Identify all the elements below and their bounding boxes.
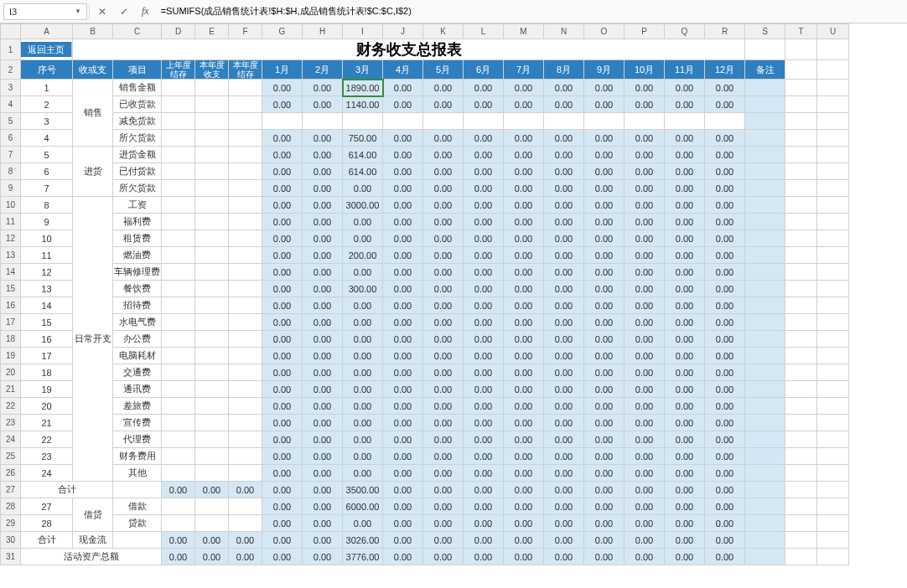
row-header[interactable]: 17 (1, 314, 21, 331)
data-cell[interactable]: 0.00 (504, 214, 544, 230)
data-cell[interactable]: 0.00 (464, 230, 504, 247)
data-cell[interactable]: 0.00 (544, 364, 584, 381)
data-cell[interactable]: 0.00 (625, 264, 665, 281)
data-cell[interactable]: 0.00 (262, 398, 303, 415)
data-cell[interactable]: 0.00 (262, 448, 303, 465)
data-cell[interactable]: 0.00 (262, 96, 303, 113)
cash-cell[interactable]: 0.00 (162, 532, 195, 549)
data-cell[interactable]: 0.00 (464, 147, 504, 163)
data-cell[interactable]: 0.00 (303, 297, 343, 314)
data-cell[interactable]: 0.00 (504, 80, 544, 96)
data-cell[interactable]: 0.00 (504, 197, 544, 214)
seq-cell[interactable]: 27 (21, 498, 73, 515)
activity-cell[interactable]: 0.00 (584, 549, 625, 565)
item-cell[interactable]: 财务费用 (113, 448, 162, 465)
data-cell[interactable]: 0.00 (544, 197, 584, 214)
seq-cell[interactable]: 11 (21, 247, 73, 264)
subtotal-label[interactable]: 合计 (21, 482, 113, 498)
cash-cell[interactable]: 0.00 (544, 532, 584, 549)
data-cell[interactable]: 0.00 (464, 247, 504, 264)
seq-cell[interactable]: 5 (21, 147, 73, 163)
data-cell[interactable]: 0.00 (625, 163, 665, 180)
data-cell[interactable]: 0.00 (625, 297, 665, 314)
data-cell[interactable]: 0.00 (544, 348, 584, 364)
data-cell[interactable]: 0.00 (584, 381, 625, 398)
data-cell[interactable]: 0.00 (544, 431, 584, 448)
cash-cell[interactable]: 0.00 (383, 532, 423, 549)
data-cell[interactable]: 0.00 (544, 297, 584, 314)
data-cell[interactable]: 0.00 (665, 96, 705, 113)
data-cell[interactable]: 0.00 (383, 465, 423, 482)
row-header[interactable]: 14 (1, 264, 21, 281)
data-cell[interactable]: 614.00 (343, 163, 383, 180)
data-cell[interactable]: 0.00 (343, 515, 383, 532)
data-cell[interactable]: 0.00 (383, 247, 423, 264)
col-header[interactable]: M (504, 24, 544, 39)
data-cell[interactable]: 0.00 (705, 163, 745, 180)
data-cell[interactable]: 0.00 (423, 147, 464, 163)
data-cell[interactable]: 0.00 (423, 314, 464, 331)
data-cell[interactable]: 0.00 (705, 431, 745, 448)
row-header[interactable]: 3 (1, 80, 21, 96)
seq-cell[interactable]: 3 (21, 113, 73, 130)
data-cell[interactable]: 0.00 (665, 415, 705, 431)
data-cell[interactable]: 0.00 (665, 230, 705, 247)
data-cell[interactable]: 0.00 (423, 364, 464, 381)
data-cell[interactable]: 0.00 (464, 398, 504, 415)
col-header[interactable]: K (423, 24, 464, 39)
data-cell[interactable]: 0.00 (464, 448, 504, 465)
data-cell[interactable]: 0.00 (705, 230, 745, 247)
data-cell[interactable]: 0.00 (464, 498, 504, 515)
data-cell[interactable]: 0.00 (262, 465, 303, 482)
cash-cell[interactable]: 0.00 (262, 532, 303, 549)
subtotal-cell[interactable]: 0.00 (705, 482, 745, 498)
cash-cell[interactable]: 0.00 (584, 532, 625, 549)
seq-cell[interactable]: 18 (21, 364, 73, 381)
data-cell[interactable]: 0.00 (625, 415, 665, 431)
activity-cell[interactable]: 0.00 (705, 549, 745, 565)
data-cell[interactable]: 0.00 (665, 515, 705, 532)
data-cell[interactable]: 0.00 (343, 264, 383, 281)
data-cell[interactable]: 0.00 (584, 80, 625, 96)
seq-cell[interactable]: 12 (21, 264, 73, 281)
row-header[interactable]: 27 (1, 482, 21, 498)
data-cell[interactable]: 0.00 (544, 96, 584, 113)
row-header[interactable]: 9 (1, 180, 21, 197)
data-cell[interactable]: 0.00 (303, 364, 343, 381)
data-cell[interactable]: 0.00 (584, 431, 625, 448)
cash-cell[interactable]: 0.00 (423, 532, 464, 549)
data-cell[interactable]: 0.00 (625, 247, 665, 264)
data-cell[interactable]: 0.00 (544, 130, 584, 147)
data-cell[interactable]: 0.00 (504, 415, 544, 431)
seq-cell[interactable]: 13 (21, 281, 73, 297)
subtotal-cell[interactable]: 0.00 (195, 482, 229, 498)
data-cell[interactable]: 0.00 (544, 398, 584, 415)
activity-cell[interactable]: 0.00 (162, 549, 195, 565)
data-cell[interactable]: 0.00 (303, 264, 343, 281)
data-cell[interactable]: 0.00 (423, 130, 464, 147)
data-cell[interactable]: 0.00 (584, 230, 625, 247)
col-header[interactable]: L (464, 24, 504, 39)
data-cell[interactable]: 0.00 (383, 264, 423, 281)
data-cell[interactable]: 0.00 (262, 431, 303, 448)
data-cell[interactable]: 0.00 (584, 147, 625, 163)
seq-cell[interactable]: 16 (21, 331, 73, 348)
data-cell[interactable]: 0.00 (303, 180, 343, 197)
subtotal-cell[interactable]: 0.00 (423, 482, 464, 498)
data-cell[interactable]: 0.00 (665, 364, 705, 381)
data-cell[interactable]: 0.00 (262, 297, 303, 314)
data-cell[interactable]: 0.00 (464, 80, 504, 96)
row-header[interactable]: 1 (1, 39, 21, 60)
data-cell[interactable]: 0.00 (343, 398, 383, 415)
col-header[interactable]: T (785, 24, 817, 39)
row-header[interactable]: 8 (1, 163, 21, 180)
data-cell[interactable]: 0.00 (383, 297, 423, 314)
data-cell[interactable]: 0.00 (343, 331, 383, 348)
data-cell[interactable]: 0.00 (625, 465, 665, 482)
data-cell[interactable]: 0.00 (504, 297, 544, 314)
cash-cell[interactable]: 0.00 (229, 532, 262, 549)
row-header[interactable]: 16 (1, 297, 21, 314)
data-cell[interactable]: 0.00 (705, 96, 745, 113)
data-cell[interactable]: 0.00 (625, 515, 665, 532)
data-cell[interactable]: 0.00 (383, 515, 423, 532)
